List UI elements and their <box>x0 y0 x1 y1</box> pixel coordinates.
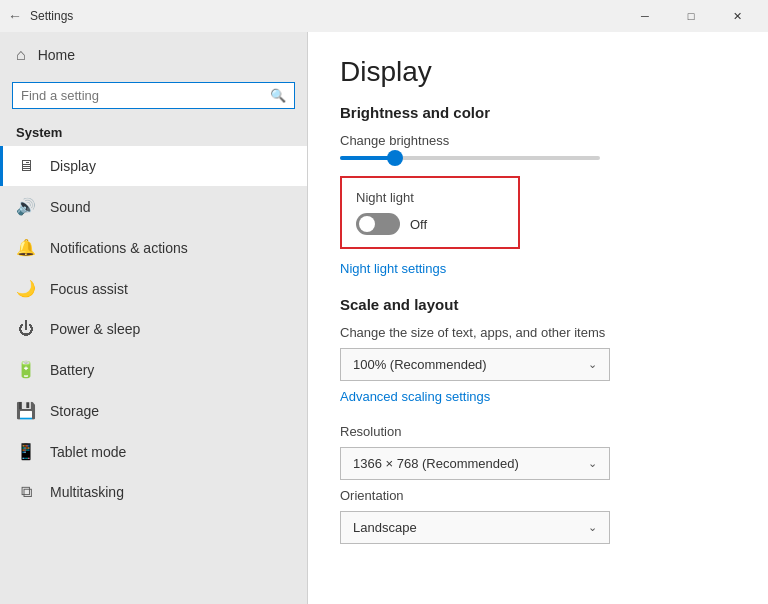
sound-icon: 🔊 <box>16 197 36 216</box>
sidebar-item-focus[interactable]: 🌙 Focus assist <box>0 268 307 309</box>
advanced-scaling-link[interactable]: Advanced scaling settings <box>340 389 736 404</box>
resolution-chevron-icon: ⌄ <box>588 457 597 470</box>
titlebar-left: ← Settings <box>8 8 73 24</box>
resolution-label: Resolution <box>340 424 736 439</box>
close-button[interactable]: ✕ <box>714 0 760 32</box>
sidebar-item-battery[interactable]: 🔋 Battery <box>0 349 307 390</box>
night-light-settings-link[interactable]: Night light settings <box>340 261 736 276</box>
focus-icon: 🌙 <box>16 279 36 298</box>
main-content: Display Brightness and color Change brig… <box>308 32 768 604</box>
brightness-label: Change brightness <box>340 133 736 148</box>
night-light-toggle-label: Off <box>410 217 427 232</box>
notifications-icon: 🔔 <box>16 238 36 257</box>
storage-icon: 💾 <box>16 401 36 420</box>
titlebar: ← Settings ─ □ ✕ <box>0 0 768 32</box>
toggle-row: Off <box>356 213 504 235</box>
orientation-label: Orientation <box>340 488 736 503</box>
sidebar-item-notifications[interactable]: 🔔 Notifications & actions <box>0 227 307 268</box>
sidebar-item-label-display: Display <box>50 158 96 174</box>
sidebar-item-label-sound: Sound <box>50 199 90 215</box>
resolution-dropdown-row: 1366 × 768 (Recommended) ⌄ <box>340 447 736 480</box>
sidebar-item-tablet[interactable]: 📱 Tablet mode <box>0 431 307 472</box>
scale-heading: Scale and layout <box>340 296 736 313</box>
sidebar: ⌂ Home 🔍 System 🖥 Display 🔊 Sound 🔔 Noti… <box>0 32 308 604</box>
sidebar-item-label-battery: Battery <box>50 362 94 378</box>
sidebar-item-sound[interactable]: 🔊 Sound <box>0 186 307 227</box>
brightness-heading: Brightness and color <box>340 104 736 121</box>
brightness-slider-track[interactable] <box>340 156 600 160</box>
scale-dropdown[interactable]: 100% (Recommended) ⌄ <box>340 348 610 381</box>
sidebar-item-power[interactable]: ⏻ Power & sleep <box>0 309 307 349</box>
titlebar-title: Settings <box>30 9 73 23</box>
sidebar-item-label-multitasking: Multitasking <box>50 484 124 500</box>
home-label: Home <box>38 47 75 63</box>
night-light-box: Night light Off <box>340 176 520 249</box>
back-icon[interactable]: ← <box>8 8 22 24</box>
search-input[interactable] <box>21 88 264 103</box>
orientation-dropdown-value: Landscape <box>353 520 417 535</box>
sidebar-item-label-power: Power & sleep <box>50 321 140 337</box>
page-title: Display <box>340 56 736 88</box>
toggle-thumb <box>359 216 375 232</box>
sidebar-item-label-notifications: Notifications & actions <box>50 240 188 256</box>
home-icon: ⌂ <box>16 46 26 64</box>
sidebar-item-display[interactable]: 🖥 Display <box>0 146 307 186</box>
orientation-chevron-icon: ⌄ <box>588 521 597 534</box>
scale-description: Change the size of text, apps, and other… <box>340 325 736 340</box>
resolution-dropdown[interactable]: 1366 × 768 (Recommended) ⌄ <box>340 447 610 480</box>
orientation-dropdown[interactable]: Landscape ⌄ <box>340 511 610 544</box>
sidebar-home[interactable]: ⌂ Home <box>0 32 307 78</box>
search-icon: 🔍 <box>270 88 286 103</box>
minimize-button[interactable]: ─ <box>622 0 668 32</box>
battery-icon: 🔋 <box>16 360 36 379</box>
night-light-label: Night light <box>356 190 504 205</box>
scale-chevron-icon: ⌄ <box>588 358 597 371</box>
maximize-button[interactable]: □ <box>668 0 714 32</box>
sidebar-item-label-focus: Focus assist <box>50 281 128 297</box>
titlebar-controls: ─ □ ✕ <box>622 0 760 32</box>
power-icon: ⏻ <box>16 320 36 338</box>
search-box[interactable]: 🔍 <box>12 82 295 109</box>
app-container: ⌂ Home 🔍 System 🖥 Display 🔊 Sound 🔔 Noti… <box>0 32 768 604</box>
display-icon: 🖥 <box>16 157 36 175</box>
sidebar-item-storage[interactable]: 💾 Storage <box>0 390 307 431</box>
night-light-toggle[interactable] <box>356 213 400 235</box>
sidebar-section-title: System <box>0 117 307 146</box>
tablet-icon: 📱 <box>16 442 36 461</box>
brightness-slider-row[interactable] <box>340 156 736 160</box>
sidebar-item-multitasking[interactable]: ⧉ Multitasking <box>0 472 307 512</box>
brightness-slider-thumb[interactable] <box>387 150 403 166</box>
scale-dropdown-row: 100% (Recommended) ⌄ <box>340 348 736 381</box>
sidebar-item-label-tablet: Tablet mode <box>50 444 126 460</box>
orientation-dropdown-row: Landscape ⌄ <box>340 511 736 544</box>
scale-dropdown-value: 100% (Recommended) <box>353 357 487 372</box>
resolution-dropdown-value: 1366 × 768 (Recommended) <box>353 456 519 471</box>
multitasking-icon: ⧉ <box>16 483 36 501</box>
sidebar-item-label-storage: Storage <box>50 403 99 419</box>
